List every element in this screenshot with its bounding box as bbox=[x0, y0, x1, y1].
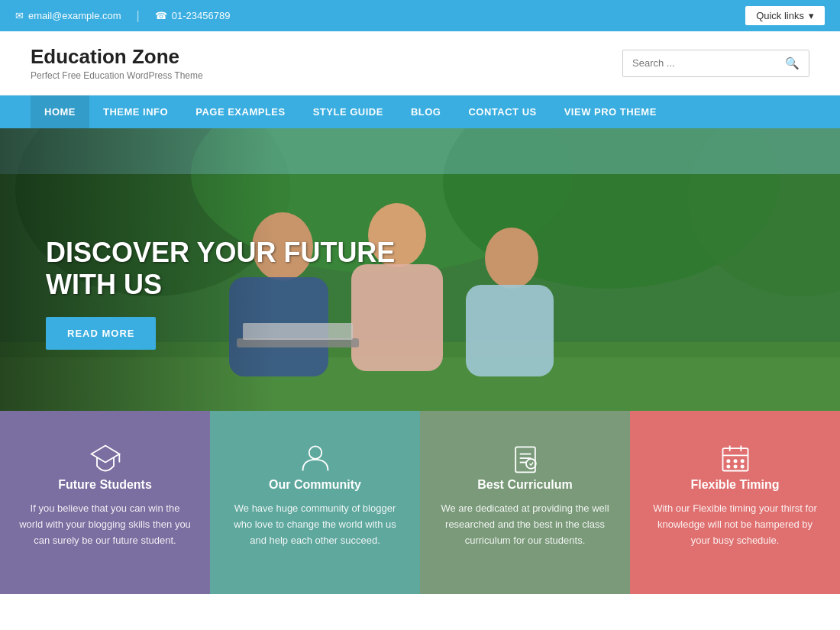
svg-point-32 bbox=[727, 465, 730, 468]
phone-icon: ☎ bbox=[155, 10, 167, 21]
curriculum-icon bbox=[506, 438, 545, 478]
logo: Education Zone Perfect Free Education Wo… bbox=[31, 45, 203, 81]
header: Education Zone Perfect Free Education Wo… bbox=[0, 31, 840, 95]
svg-point-33 bbox=[734, 465, 737, 468]
feature-card-community: Our Community We have huge community of … bbox=[210, 411, 420, 594]
svg-point-31 bbox=[741, 460, 744, 463]
email-icon: ✉ bbox=[15, 10, 24, 21]
nav-item-page-examples[interactable]: PAGE EXAMPLES bbox=[182, 95, 299, 128]
svg-point-24 bbox=[525, 459, 535, 469]
search-icon: 🔍 bbox=[785, 57, 800, 69]
nav-item-blog[interactable]: BLOG bbox=[397, 95, 455, 128]
feature-title-community: Our Community bbox=[269, 478, 361, 492]
svg-point-30 bbox=[734, 460, 737, 463]
feature-desc-future-students: If you believe that you can win the worl… bbox=[18, 501, 192, 548]
phone-text: 01-23456789 bbox=[172, 10, 231, 21]
svg-rect-13 bbox=[466, 285, 554, 376]
top-bar-contact: ✉ email@example.com | ☎ 01-23456789 bbox=[15, 9, 230, 23]
logo-subtitle: Perfect Free Education WordPress Theme bbox=[31, 70, 203, 81]
nav-item-home[interactable]: HOME bbox=[31, 95, 89, 128]
email-contact: ✉ email@example.com bbox=[15, 10, 121, 21]
hero-title: DISCOVER YOUR FUTURE WITH US bbox=[46, 237, 412, 300]
feature-desc-timing: With our Flexible timing your thirst for… bbox=[648, 501, 822, 548]
hero-read-more-button[interactable]: READ MORE bbox=[46, 317, 156, 350]
svg-point-29 bbox=[727, 460, 730, 463]
nav-item-pro-theme[interactable]: VIEW PRO THEME bbox=[551, 95, 670, 128]
feature-title-future-students: Future Students bbox=[58, 478, 152, 492]
calendar-icon bbox=[716, 438, 755, 478]
search-button[interactable]: 🔍 bbox=[776, 50, 809, 76]
quick-links-button[interactable]: Quick links ▾ bbox=[745, 6, 825, 25]
feature-card-curriculum: Best Curriculum We are dedicated at prov… bbox=[420, 411, 630, 594]
divider: | bbox=[137, 9, 140, 23]
svg-point-19 bbox=[309, 447, 321, 460]
community-icon bbox=[296, 438, 335, 478]
svg-point-34 bbox=[741, 465, 744, 468]
logo-title: Education Zone bbox=[31, 45, 203, 69]
feature-title-timing: Flexible Timing bbox=[690, 478, 779, 492]
nav-item-contact[interactable]: CONTACT US bbox=[454, 95, 550, 128]
features-section: Future Students If you believe that you … bbox=[0, 411, 840, 594]
hero-section: DISCOVER YOUR FUTURE WITH US READ MORE bbox=[0, 128, 840, 411]
email-text: email@example.com bbox=[28, 10, 121, 21]
quick-links-arrow-icon: ▾ bbox=[809, 10, 814, 21]
phone-contact: ☎ 01-23456789 bbox=[155, 10, 231, 21]
search-input[interactable] bbox=[623, 51, 776, 75]
feature-title-curriculum: Best Curriculum bbox=[477, 478, 572, 492]
bottom-section: Welcome to the University bbox=[0, 594, 840, 630]
feature-desc-community: We have huge community of blogger who lo… bbox=[228, 501, 402, 548]
main-nav: HOME THEME INFO PAGE EXAMPLES STYLE GUID… bbox=[0, 95, 840, 128]
quick-links-label: Quick links bbox=[756, 10, 804, 21]
svg-point-12 bbox=[485, 228, 538, 289]
top-bar: ✉ email@example.com | ☎ 01-23456789 Quic… bbox=[0, 0, 840, 31]
graduation-cap-icon bbox=[86, 438, 125, 478]
search-bar: 🔍 bbox=[622, 50, 809, 77]
nav-item-theme-info[interactable]: THEME INFO bbox=[89, 95, 182, 128]
feature-desc-curriculum: We are dedicated at providing the well r… bbox=[438, 501, 612, 548]
hero-content: DISCOVER YOUR FUTURE WITH US READ MORE bbox=[46, 237, 412, 350]
feature-card-timing: Flexible Timing With our Flexible timing… bbox=[630, 411, 840, 594]
feature-card-future-students: Future Students If you believe that you … bbox=[0, 411, 210, 594]
svg-marker-17 bbox=[91, 446, 119, 463]
nav-item-style-guide[interactable]: STYLE GUIDE bbox=[299, 95, 397, 128]
